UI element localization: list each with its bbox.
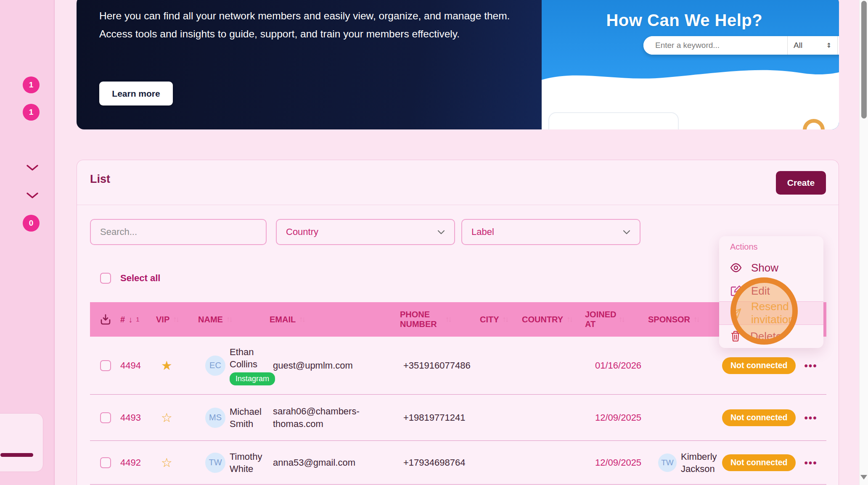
- status-badge: Not connected: [722, 409, 796, 426]
- row-checkbox[interactable]: [100, 412, 111, 423]
- eye-icon: [730, 262, 742, 274]
- help-category-select[interactable]: All ⇕: [788, 36, 837, 55]
- edit-pencil-icon: [730, 285, 742, 297]
- joined-date: 12/09/2025: [595, 412, 641, 423]
- joined-date: 01/16/2026: [595, 360, 641, 371]
- table-body: 4494 ★ EC Ethan Collins Instagram guest@…: [90, 337, 826, 485]
- member-name: Timothy White: [230, 451, 270, 475]
- column-header-email[interactable]: EMAIL ↑↓: [270, 315, 400, 324]
- download-icon: [99, 313, 112, 326]
- row-actions-button[interactable]: •••: [804, 457, 817, 469]
- vip-star-icon[interactable]: ★: [156, 358, 172, 373]
- search-field: [90, 219, 267, 245]
- member-id: 4493: [120, 412, 141, 423]
- column-header-vip[interactable]: VIP ↑↓: [156, 315, 198, 324]
- intro-banner: Here you can find all your network membe…: [77, 0, 839, 129]
- banner-description: Here you can find all your network membe…: [99, 7, 537, 43]
- member-name: Ethan Collins: [230, 346, 273, 370]
- sort-icon: ↑↓: [566, 315, 572, 324]
- sort-rank: 1: [136, 316, 139, 323]
- collapsed-menu-bar: [0, 453, 33, 457]
- vip-star-icon[interactable]: ☆: [156, 410, 172, 425]
- sidebar-badge-2[interactable]: 1: [23, 104, 40, 121]
- menu-item-resend-invitation[interactable]: Resend invitation: [719, 301, 823, 325]
- actions-menu-title: Actions: [730, 242, 758, 252]
- sort-icon: ↑↓: [173, 315, 178, 324]
- menu-item-edit[interactable]: Edit: [719, 279, 823, 302]
- avatar: EC: [205, 356, 225, 376]
- chevron-down-icon: [437, 230, 445, 235]
- sidebar-badge-3[interactable]: 0: [23, 215, 40, 232]
- column-header-country[interactable]: COUNTRY ↑↓: [522, 315, 585, 324]
- sort-icon: ↑↓: [445, 315, 451, 324]
- column-label: JOINED AT: [585, 310, 615, 329]
- column-label: PHONE NUMBER: [400, 310, 442, 329]
- export-button[interactable]: [90, 313, 120, 326]
- filters-row: Country Label: [90, 219, 640, 245]
- row-checkbox[interactable]: [100, 457, 111, 468]
- chevron-down-icon[interactable]: [26, 164, 39, 171]
- banner-line-2: Access tools and insights to guide, supp…: [99, 25, 537, 43]
- member-phone: +19819771241: [403, 412, 465, 423]
- sidebar-badge-1[interactable]: 1: [23, 76, 40, 93]
- member-id: 4494: [120, 360, 141, 371]
- member-email: guest@upmlm.com: [273, 359, 353, 372]
- learn-more-button[interactable]: Learn more: [99, 82, 173, 105]
- column-label: #: [120, 315, 125, 324]
- sort-icon: ↑↓: [299, 315, 304, 324]
- scrollbar-track[interactable]: [859, 0, 868, 485]
- column-header-phone[interactable]: PHONE NUMBER ↑↓: [400, 310, 480, 329]
- scrollbar-down-arrow[interactable]: [860, 475, 867, 483]
- help-title: How Can We Help?: [542, 11, 827, 30]
- banner-line-1: Here you can find all your network membe…: [99, 7, 537, 25]
- menu-item-show[interactable]: Show: [719, 256, 823, 279]
- help-search-button[interactable]: [838, 36, 839, 55]
- sponsor-avatar: TW: [658, 453, 677, 472]
- search-input[interactable]: [100, 227, 257, 237]
- column-header-city[interactable]: CITY ↑↓: [480, 315, 522, 324]
- menu-item-label: Resend invitation: [751, 300, 823, 326]
- status-badge: Not connected: [722, 357, 796, 374]
- help-search-input[interactable]: [643, 36, 787, 55]
- chevron-down-icon: [623, 230, 630, 235]
- select-all-checkbox[interactable]: [100, 273, 111, 284]
- name-cell: Michael Smith: [230, 406, 270, 430]
- row-actions-button[interactable]: •••: [804, 412, 817, 424]
- wave-decoration: [542, 64, 839, 86]
- label-select[interactable]: Label: [461, 219, 640, 245]
- send-icon: [730, 307, 742, 319]
- chevron-down-icon[interactable]: [26, 192, 39, 199]
- name-cell: Timothy White: [230, 451, 270, 475]
- column-label: SPONSOR: [648, 315, 690, 324]
- member-phone: +17934698764: [403, 457, 465, 468]
- table-row: 4492 ☆ TW Timothy White anna53@gmail.com…: [90, 441, 826, 485]
- help-article-card: [548, 112, 679, 129]
- column-label: COUNTRY: [522, 315, 563, 324]
- country-select-value: Country: [286, 227, 318, 237]
- row-actions-button[interactable]: •••: [804, 360, 817, 372]
- column-header-id[interactable]: # ↓ 1: [120, 315, 156, 324]
- column-header-sponsor[interactable]: SPONSOR ↑↓: [648, 315, 715, 324]
- scrollbar-thumb[interactable]: [861, 1, 867, 119]
- member-name: Michael Smith: [230, 406, 270, 430]
- menu-item-label: Show: [751, 261, 778, 274]
- member-phone: +351916077486: [403, 360, 471, 371]
- avatar: MS: [205, 408, 225, 428]
- column-header-name[interactable]: NAME ↑↓: [198, 315, 270, 324]
- country-select[interactable]: Country: [276, 219, 455, 245]
- row-checkbox[interactable]: [100, 360, 111, 371]
- actions-menu: Actions Show Edit Resend invitation Dele…: [719, 236, 823, 348]
- sidebar-footer-card: [0, 413, 43, 472]
- create-button[interactable]: Create: [776, 171, 826, 195]
- column-header-joined[interactable]: JOINED AT ↑↓: [585, 310, 648, 329]
- vip-star-icon[interactable]: ☆: [156, 455, 172, 470]
- member-id: 4492: [120, 457, 141, 468]
- sponsor-name: Kimberly Jackson: [681, 451, 717, 475]
- help-center-preview: How Can We Help? All ⇕: [542, 0, 839, 129]
- menu-item-delete[interactable]: Delete: [719, 325, 823, 347]
- divider: [77, 205, 839, 205]
- member-email: sarah06@chambers-thomas.com: [273, 405, 363, 430]
- updown-icon: ⇕: [826, 42, 831, 49]
- sidebar: 1 1 0: [0, 0, 55, 485]
- column-label: NAME: [198, 315, 223, 324]
